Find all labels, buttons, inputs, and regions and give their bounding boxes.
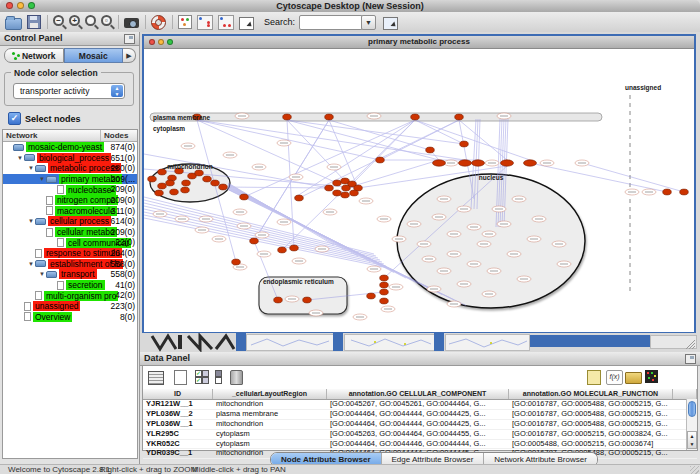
expand-arrow-icon[interactable]: ▼ bbox=[38, 176, 46, 182]
column-header[interactable]: annotation.GO MOLECULAR_FUNCTION bbox=[509, 389, 673, 399]
status-bar: Welcome to Cytoscape 2.8.1 Right-click +… bbox=[0, 464, 700, 474]
tree-item-biological-process[interactable]: ▼biological_process651(0) bbox=[3, 153, 137, 164]
node-count: 311(0) bbox=[111, 206, 135, 217]
select-attributes-icon[interactable]: ✓✓ bbox=[195, 369, 211, 385]
background-window-pane[interactable] bbox=[344, 334, 435, 351]
delete-attribute-icon[interactable] bbox=[230, 369, 246, 385]
table-icon[interactable] bbox=[148, 369, 164, 385]
open-icon[interactable] bbox=[5, 15, 22, 30]
zoom-fit-icon[interactable] bbox=[85, 15, 96, 30]
cell-id: YPL036W__2 bbox=[143, 410, 213, 419]
column-header-filler bbox=[673, 389, 697, 399]
tree-item-establishment-of-lo[interactable]: ▼establishment of lo558(0) bbox=[3, 259, 137, 270]
status-pan-hint: Middle-click + drag to PAN bbox=[192, 465, 286, 474]
expand-arrow-icon[interactable]: ▼ bbox=[27, 218, 35, 224]
expand-arrow-icon[interactable]: ▼ bbox=[27, 261, 35, 267]
background-window-pane[interactable] bbox=[445, 334, 530, 351]
expand-arrow-icon[interactable]: ▼ bbox=[38, 271, 46, 277]
scrollbar-buttons[interactable]: ▲▼ bbox=[687, 431, 697, 449]
data-panel: Data Panel ✓✓ f(x) ID_cellularLayoutRegi… bbox=[140, 352, 700, 464]
tree-item-metabolic-process[interactable]: ▼metabolic process280(0) bbox=[3, 163, 137, 174]
zoom-selected-icon[interactable]: ▫ bbox=[101, 15, 112, 30]
annotation-icon[interactable] bbox=[239, 15, 254, 30]
cell-mf: [GO:0016787, GO:0005215, GO:0003824, G..… bbox=[509, 430, 673, 439]
help-ring-icon[interactable] bbox=[151, 15, 166, 30]
function-builder-icon[interactable]: f(x) bbox=[606, 369, 622, 385]
expand-arrow-icon[interactable]: ▼ bbox=[27, 165, 35, 171]
column-header[interactable]: _cellularLayoutRegion bbox=[213, 389, 327, 399]
cell-cc: [GO:0044464, GO:0044444, GO:0044425, G..… bbox=[327, 420, 509, 429]
network-tab-icon bbox=[12, 52, 20, 60]
app-title: Cytoscape Desktop (New Session) bbox=[0, 1, 700, 11]
float-panel-icon[interactable] bbox=[685, 354, 696, 364]
save-icon[interactable] bbox=[27, 15, 41, 30]
table-scrollbar[interactable]: ▲▼ bbox=[686, 399, 697, 450]
tree-item-cellular-process[interactable]: ▼cellular process614(0) bbox=[3, 216, 137, 227]
tab-network[interactable]: Network bbox=[4, 48, 64, 63]
tree-item-nitrogen-compo[interactable]: nitrogen compo209(0) bbox=[3, 195, 137, 206]
tree-item-multi-organism-pro[interactable]: multi-organism pro42(0) bbox=[3, 290, 137, 301]
column-header[interactable]: annotation.GO CELLULAR_COMPONENT bbox=[327, 389, 509, 399]
zoom-out-icon[interactable]: − bbox=[53, 15, 64, 30]
new-attribute-icon[interactable] bbox=[174, 369, 190, 385]
layout-icon-1[interactable] bbox=[197, 15, 213, 30]
network-graph[interactable]: plasma membranecytoplasmmitochondrionnuc… bbox=[144, 49, 694, 332]
control-panel-tabs: Network Mosaic ▶ bbox=[4, 48, 136, 63]
table-row[interactable]: YJR121W__1mitochondrion[GO:0045267, GO:0… bbox=[143, 400, 697, 410]
network-window-titlebar[interactable]: primary metabolic process bbox=[144, 36, 694, 49]
tab-overflow-arrow[interactable]: ▶ bbox=[123, 48, 136, 63]
table-row[interactable]: YKR052Ccytoplasm[GO:0044464, GO:0044446,… bbox=[143, 440, 697, 450]
scrollbar-thumb[interactable] bbox=[688, 401, 696, 417]
tree-item-primary-metabo[interactable]: ▼primary metabo209(... bbox=[3, 174, 137, 185]
notes-icon[interactable] bbox=[587, 369, 603, 385]
layout-icon-2[interactable] bbox=[218, 15, 234, 30]
background-window-frame[interactable] bbox=[333, 333, 343, 351]
tree-item-secretion[interactable]: secretion41(0) bbox=[3, 280, 137, 291]
tree-item-mosaic-demo-yeast[interactable]: mosaic-demo-yeast874(0) bbox=[3, 142, 137, 153]
select-nodes-checkbox[interactable]: ✓ bbox=[8, 112, 21, 125]
tree-item-cell-communicat[interactable]: cell communicat22(0) bbox=[3, 237, 137, 248]
tree-item-cellular-metabo[interactable]: cellular metabo209(0) bbox=[3, 227, 137, 238]
background-window-frame[interactable] bbox=[530, 335, 650, 347]
search-input[interactable]: ▼ bbox=[299, 15, 363, 30]
region-label: plasma membrane bbox=[153, 114, 210, 122]
tab-mosaic[interactable]: Mosaic bbox=[64, 48, 124, 63]
import-attributes-icon[interactable] bbox=[625, 369, 641, 385]
cell-region: mitochondrion bbox=[213, 400, 327, 409]
resize-grip-icon[interactable] bbox=[690, 466, 699, 474]
table-row[interactable]: YPL036W__2plasma membrane[GO:0044464, GO… bbox=[143, 410, 697, 420]
zoom-in-icon[interactable]: + bbox=[69, 15, 80, 30]
background-window-frame[interactable] bbox=[434, 333, 444, 351]
select-nodes-label: Select nodes bbox=[25, 114, 81, 124]
node-count: 209(... bbox=[111, 174, 135, 185]
search-dropdown-arrow[interactable]: ▼ bbox=[361, 15, 376, 30]
tree-item-unassigned[interactable]: unassigned223(0) bbox=[3, 301, 137, 312]
expand-arrow-icon[interactable]: ▼ bbox=[16, 155, 24, 161]
select-nodes-row: ✓ Select nodes bbox=[8, 112, 81, 125]
table-row[interactable]: YLR295Ccytoplasm[GO:0045263, GO:0044464,… bbox=[143, 430, 697, 440]
vizmapper-icon[interactable] bbox=[178, 15, 192, 30]
background-window-pane[interactable] bbox=[246, 334, 334, 351]
tree-col-network[interactable]: Network bbox=[3, 130, 101, 141]
tree-item-transport[interactable]: ▼transport558(0) bbox=[3, 269, 137, 280]
advanced-search-icon[interactable] bbox=[383, 15, 398, 30]
tree-item-nucleobase-[interactable]: nucleobase-209(0) bbox=[3, 184, 137, 195]
attribute-table-header[interactable]: ID_cellularLayoutRegionannotation.GO CEL… bbox=[143, 389, 697, 400]
node-color-dropdown[interactable]: transporter activity ▲▼ bbox=[13, 83, 125, 99]
network-window[interactable]: primary metabolic process plasma membran… bbox=[142, 34, 696, 333]
snapshot-icon[interactable] bbox=[124, 15, 139, 30]
network-canvas[interactable]: plasma membranecytoplasmmitochondrionnuc… bbox=[144, 49, 694, 332]
background-window-frame[interactable] bbox=[236, 333, 246, 351]
attribute-columns-icon[interactable] bbox=[214, 369, 230, 385]
tree-item-overview[interactable]: Overview8(0) bbox=[3, 312, 137, 323]
cell-id: YJR121W__1 bbox=[143, 400, 213, 409]
tree-col-nodes[interactable]: Nodes bbox=[101, 130, 137, 141]
tree-item-macromolecule[interactable]: macromolecule311(0) bbox=[3, 206, 137, 217]
table-row[interactable]: YPL036W__1mitochondrion[GO:0044464, GO:0… bbox=[143, 420, 697, 430]
cell-region: mitochondrion bbox=[213, 420, 327, 429]
tree-item-response-to-stimulu[interactable]: response to stimulu264(0) bbox=[3, 248, 137, 259]
tree-item-label: secretion bbox=[66, 280, 105, 290]
float-panel-icon[interactable] bbox=[124, 34, 135, 44]
column-header[interactable]: ID bbox=[143, 389, 213, 399]
heatmap-icon[interactable] bbox=[645, 369, 661, 385]
